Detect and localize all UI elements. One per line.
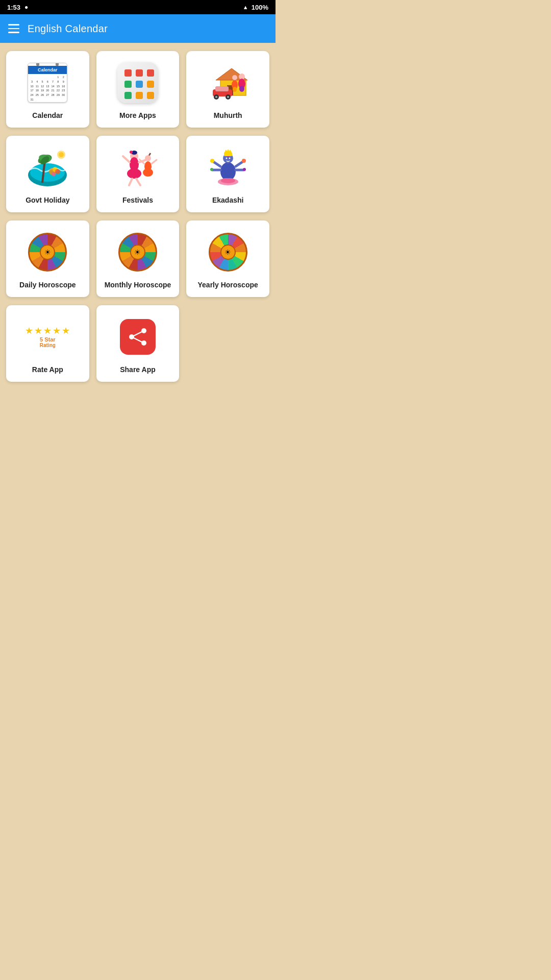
status-right: ▲ 100% <box>243 4 268 11</box>
daily-horoscope-label: Daily Horoscope <box>19 280 76 289</box>
dot-3 <box>147 69 154 77</box>
svg-point-58 <box>243 168 246 171</box>
festivals-label: Festivals <box>122 195 153 205</box>
muhurth-icon-area <box>205 60 251 106</box>
dot-6 <box>147 81 154 88</box>
hamburger-line-1 <box>8 24 19 26</box>
govt-holiday-svg <box>24 147 70 188</box>
svg-line-41 <box>152 160 157 164</box>
calendar-icon: Calendar 1 2 3 4 5 6 7 8 9 <box>28 63 67 103</box>
day-blank4 <box>45 75 50 80</box>
day-12: 12 <box>40 84 45 89</box>
svg-point-48 <box>226 157 227 159</box>
day-11: 11 <box>35 84 40 89</box>
day-30: 30 <box>61 93 66 97</box>
muhurth-item[interactable]: Muhurth <box>186 51 269 128</box>
rate-app-item[interactable]: ★ ★ ★ ★ ★ 5 Star Rating Rate App <box>6 305 89 382</box>
yearly-horoscope-item[interactable]: ☀ Yearly Horoscope <box>186 220 269 297</box>
horoscope-center-daily: ☀ <box>40 244 55 260</box>
day-1: 1 <box>56 75 61 80</box>
calendar-label: Calendar <box>32 111 63 120</box>
signal-icon: ▲ <box>243 4 248 10</box>
festivals-item[interactable]: Festivals <box>96 136 180 212</box>
svg-point-11 <box>239 86 244 92</box>
rate-app-label: Rate App <box>32 365 63 374</box>
yearly-horoscope-label: Yearly Horoscope <box>198 280 258 289</box>
svg-rect-4 <box>215 86 229 91</box>
share-app-label: Share App <box>120 365 156 374</box>
ring-right <box>56 63 59 66</box>
day-23: 23 <box>61 88 66 93</box>
daily-horoscope-item[interactable]: ☀ Daily Horoscope <box>6 220 89 297</box>
stars-row: ★ ★ ★ ★ ★ <box>25 325 70 336</box>
horoscope-center-monthly: ☀ <box>130 244 145 260</box>
status-bar: 1:53 ● ▲ 100% <box>0 0 276 14</box>
day-26: 26 <box>40 93 45 97</box>
dot-5 <box>136 81 143 88</box>
ekadashi-icon-area <box>205 144 251 190</box>
day-4: 4 <box>35 80 40 84</box>
day-19: 19 <box>40 88 45 93</box>
svg-point-26 <box>59 152 64 157</box>
day-3: 3 <box>29 80 34 84</box>
govt-holiday-item[interactable]: Govt Holiday <box>6 136 89 212</box>
svg-line-65 <box>132 337 144 343</box>
sun-symbol-yearly: ☀ <box>224 248 231 256</box>
more-apps-icon <box>117 62 158 103</box>
hamburger-menu[interactable] <box>8 24 19 33</box>
svg-point-57 <box>242 159 246 163</box>
share-app-item[interactable]: Share App <box>96 305 180 382</box>
grid-row-1: Calendar 1 2 3 4 5 6 7 8 9 <box>0 43 276 136</box>
more-apps-item[interactable]: More Apps <box>96 51 180 128</box>
day-17: 17 <box>29 88 34 93</box>
dot-9 <box>147 92 154 99</box>
day-7: 7 <box>50 80 55 84</box>
rate-app-icon: ★ ★ ★ ★ ★ 5 Star Rating <box>25 325 70 348</box>
grid-row-2: Govt Holiday <box>0 136 276 220</box>
calendar-item[interactable]: Calendar 1 2 3 4 5 6 7 8 9 <box>6 51 89 128</box>
monthly-horoscope-item[interactable]: ☀ Monthly Horoscope <box>96 220 180 297</box>
monthly-horoscope-label: Monthly Horoscope <box>105 280 171 289</box>
day-16: 16 <box>61 84 66 89</box>
svg-point-49 <box>229 157 230 159</box>
share-svg <box>128 327 148 347</box>
yearly-horoscope-icon-area: ☀ <box>205 229 251 275</box>
rating-label: Rating <box>40 342 56 348</box>
day-9: 9 <box>61 80 66 84</box>
svg-point-23 <box>55 169 60 174</box>
svg-point-56 <box>210 168 213 171</box>
dot-2 <box>136 69 143 77</box>
dot-4 <box>124 81 132 88</box>
govt-holiday-label: Govt Holiday <box>26 195 69 205</box>
battery-display: 100% <box>252 4 268 11</box>
svg-point-39 <box>143 168 153 177</box>
status-left: 1:53 ● <box>7 4 28 11</box>
ekadashi-label: Ekadashi <box>212 195 243 205</box>
svg-point-12 <box>232 75 237 80</box>
app-header: English Calendar <box>0 14 276 43</box>
ring-left <box>36 63 39 66</box>
calendar-month-label: Calendar <box>38 67 58 72</box>
daily-horoscope-wheel: ☀ <box>28 233 67 272</box>
monthly-horoscope-wheel: ☀ <box>118 233 157 272</box>
calendar-icon-area: Calendar 1 2 3 4 5 6 7 8 9 <box>24 60 70 106</box>
rate-app-icon-area: ★ ★ ★ ★ ★ 5 Star Rating <box>24 314 70 360</box>
day-5: 5 <box>40 80 45 84</box>
day-24: 24 <box>29 93 34 97</box>
grid-row-3: ☀ Daily Horoscope ☀ Monthly Horoscope ☀ … <box>0 220 276 305</box>
five-star-label: 5 Star <box>40 336 56 342</box>
day-22: 22 <box>56 88 61 93</box>
day-28: 28 <box>50 93 55 97</box>
svg-point-31 <box>127 168 141 179</box>
ekadashi-item[interactable]: Ekadashi <box>186 136 269 212</box>
star-5: ★ <box>62 325 70 336</box>
calendar-month-header: Calendar <box>28 66 67 74</box>
time-display: 1:53 <box>7 4 20 11</box>
day-blank <box>29 75 34 80</box>
day-13: 13 <box>45 84 50 89</box>
ekadashi-svg <box>205 147 251 188</box>
day-29: 29 <box>56 93 61 97</box>
muhurth-label: Muhurth <box>214 111 242 120</box>
day-2: 2 <box>61 75 66 80</box>
share-icon-bg <box>120 319 156 355</box>
